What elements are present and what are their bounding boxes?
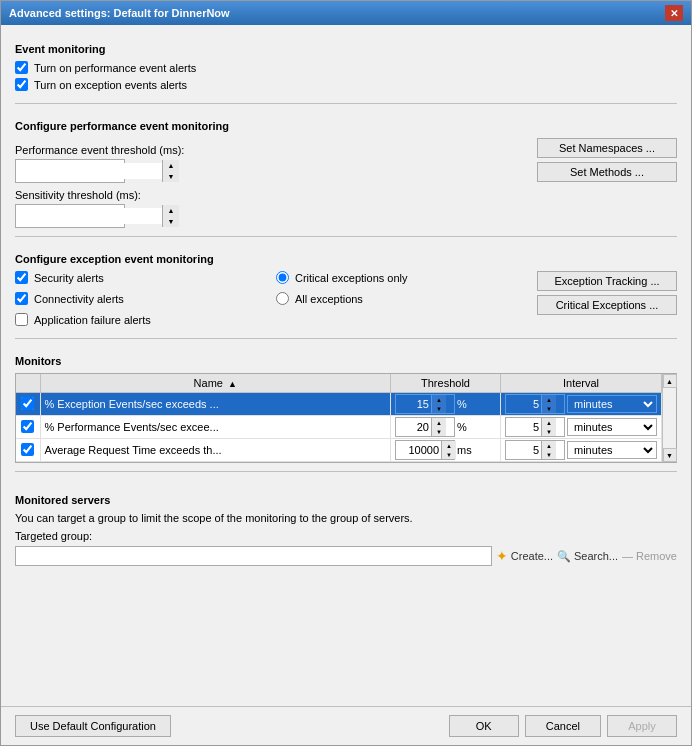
all-exceptions-row: All exceptions <box>276 292 527 305</box>
cancel-button[interactable]: Cancel <box>525 715 601 737</box>
connectivity-alerts-row: Connectivity alerts <box>15 292 266 305</box>
row2-checkbox[interactable] <box>21 420 34 433</box>
connectivity-alerts-checkbox[interactable] <box>15 292 28 305</box>
threshold-label: Performance event threshold (ms): <box>15 144 527 156</box>
connectivity-alerts-label: Connectivity alerts <box>34 293 124 305</box>
row3-name: Average Request Time exceeds th... <box>45 444 222 456</box>
divider-1 <box>15 103 677 104</box>
security-alerts-checkbox[interactable] <box>15 271 28 284</box>
row1-interval-spin-down[interactable]: ▼ <box>542 404 556 413</box>
target-group-input[interactable] <box>15 546 492 566</box>
sensitivity-input[interactable]: 100 <box>16 208 162 224</box>
star-icon: ✦ <box>496 548 508 564</box>
row3-name-cell: Average Request Time exceeds th... <box>40 439 391 462</box>
critical-only-radio[interactable] <box>276 271 289 284</box>
all-exceptions-radio[interactable] <box>276 292 289 305</box>
sensitivity-spinner: 100 ▲ ▼ <box>15 204 125 228</box>
threshold-spin-buttons: ▲ ▼ <box>162 160 179 182</box>
row2-interval-spin-up[interactable]: ▲ <box>542 418 556 427</box>
exception-alerts-checkbox[interactable] <box>15 78 28 91</box>
row2-threshold-input[interactable] <box>396 420 431 434</box>
apply-button[interactable]: Apply <box>607 715 677 737</box>
row3-threshold-spinner: ▲ ▼ <box>395 440 455 460</box>
create-button[interactable]: ✦ Create... <box>496 548 553 564</box>
row1-interval-spinner: ▲ ▼ <box>505 394 565 414</box>
row3-interval-dropdown-wrapper: minutes seconds hours <box>567 441 657 459</box>
row1-spin-up[interactable]: ▲ <box>432 395 446 404</box>
col-name: Name ▲ <box>40 374 391 393</box>
monitors-table: Name ▲ Threshold Interval <box>16 374 662 462</box>
row3-interval-select[interactable]: minutes seconds hours <box>568 442 656 458</box>
table-header-row: Name ▲ Threshold Interval <box>16 374 662 393</box>
critical-exceptions-button[interactable]: Critical Exceptions ... <box>537 295 677 315</box>
row2-spin-up[interactable]: ▲ <box>432 418 446 427</box>
row1-interval-dropdown-wrapper: minutes seconds hours <box>567 395 657 413</box>
row2-interval-select[interactable]: minutes seconds hours <box>568 419 656 435</box>
table-scrollbar: ▲ ▼ <box>662 374 676 462</box>
threshold-spin-up[interactable]: ▲ <box>163 160 179 171</box>
monitors-section: Monitors Name ▲ Thresho <box>15 347 677 463</box>
row1-interval-select[interactable]: minutes seconds hours <box>568 396 656 412</box>
exception-tracking-button[interactable]: Exception Tracking ... <box>537 271 677 291</box>
row3-threshold-cell: ▲ ▼ ms <box>391 439 501 462</box>
remove-button[interactable]: — Remove <box>622 550 677 562</box>
target-group-label: Targeted group: <box>15 530 92 542</box>
app-failure-alerts-checkbox[interactable] <box>15 313 28 326</box>
row2-name: % Performance Events/sec excee... <box>45 421 219 433</box>
row2-name-cell: % Performance Events/sec excee... <box>40 416 391 439</box>
row1-threshold-spinner: ▲ ▼ <box>395 394 455 414</box>
use-default-config-button[interactable]: Use Default Configuration <box>15 715 171 737</box>
row1-threshold-unit: % <box>457 398 467 410</box>
perf-alerts-checkbox[interactable] <box>15 61 28 74</box>
search-button[interactable]: 🔍 Search... <box>557 550 618 563</box>
target-group-row: Targeted group: <box>15 530 677 542</box>
row3-check-cell <box>16 439 40 462</box>
sensitivity-spin-down[interactable]: ▼ <box>163 216 179 227</box>
divider-4 <box>15 471 677 472</box>
row1-interval-input[interactable] <box>506 397 541 411</box>
ok-button[interactable]: OK <box>449 715 519 737</box>
set-namespaces-button[interactable]: Set Namespaces ... <box>537 138 677 158</box>
row1-interval-spin-buttons: ▲ ▼ <box>541 395 556 413</box>
perf-fields-row: Performance event threshold (ms): 15000 … <box>15 138 677 228</box>
close-button[interactable]: ✕ <box>665 5 683 21</box>
sort-arrow-icon: ▲ <box>228 379 237 389</box>
row3-interval-spin-down[interactable]: ▼ <box>542 450 556 459</box>
row1-interval-spin-up[interactable]: ▲ <box>542 395 556 404</box>
row3-checkbox[interactable] <box>21 443 34 456</box>
exception-checkboxes: Security alerts Connectivity alerts Appl… <box>15 271 266 330</box>
threshold-input[interactable]: 15000 <box>16 163 162 179</box>
col-interval: Interval <box>501 374 662 393</box>
exception-radios: Critical exceptions only All exceptions <box>276 271 527 330</box>
table-scroll-up[interactable]: ▲ <box>663 374 677 388</box>
row3-threshold-input[interactable] <box>396 443 441 457</box>
row3-interval-spin-up[interactable]: ▲ <box>542 441 556 450</box>
table-row: Average Request Time exceeds th... ▲ <box>16 439 662 462</box>
row3-spin-down[interactable]: ▼ <box>442 450 456 459</box>
row2-spin-down[interactable]: ▼ <box>432 427 446 436</box>
row1-interval: ▲ ▼ minutes seconds <box>505 394 657 414</box>
row3-spin-up[interactable]: ▲ <box>442 441 456 450</box>
event-monitoring-section: Event monitoring Turn on performance eve… <box>15 35 677 95</box>
row1-checkbox[interactable] <box>21 397 34 410</box>
row2-interval-input[interactable] <box>506 420 541 434</box>
row1-spin-down[interactable]: ▼ <box>432 404 446 413</box>
row2-interval-spin-down[interactable]: ▼ <box>542 427 556 436</box>
sensitivity-spin-up[interactable]: ▲ <box>163 205 179 216</box>
monitored-servers-section: Monitored servers You can target a group… <box>15 486 677 566</box>
row2-threshold-unit: % <box>457 421 467 433</box>
perf-alerts-row: Turn on performance event alerts <box>15 61 677 74</box>
set-methods-button[interactable]: Set Methods ... <box>537 162 677 182</box>
sensitivity-spinner-row: 100 ▲ ▼ <box>15 204 527 228</box>
row3-interval-input[interactable] <box>506 443 541 457</box>
exception-alerts-label: Turn on exception events alerts <box>34 79 187 91</box>
monitored-servers-description: You can target a group to limit the scop… <box>15 512 677 524</box>
threshold-spin-down[interactable]: ▼ <box>163 171 179 182</box>
perf-event-title: Configure performance event monitoring <box>15 120 677 132</box>
row1-threshold-input[interactable] <box>396 397 431 411</box>
table-scroll-down[interactable]: ▼ <box>663 448 677 462</box>
row2-threshold-cell: ▲ ▼ % <box>391 416 501 439</box>
row1-name: % Exception Events/sec exceeds ... <box>45 398 219 410</box>
perf-buttons: Set Namespaces ... Set Methods ... <box>537 138 677 182</box>
app-failure-alerts-row: Application failure alerts <box>15 313 266 326</box>
